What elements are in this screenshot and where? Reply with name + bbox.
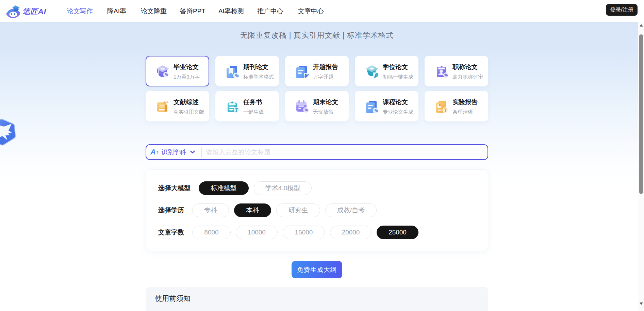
svg-text:T: T <box>235 108 238 113</box>
svg-text:T: T <box>444 108 447 113</box>
